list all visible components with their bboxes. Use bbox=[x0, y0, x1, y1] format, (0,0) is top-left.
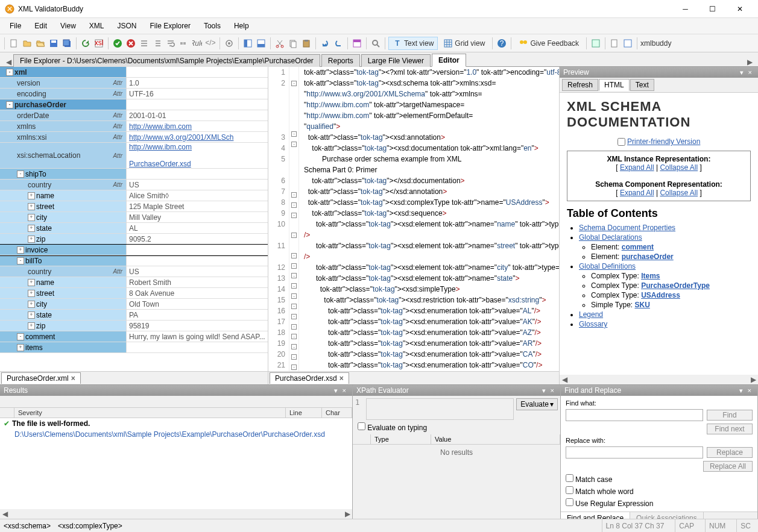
grid-row[interactable]: xmlns:xsiAttrhttp://www.w3.org/2001/XMLS… bbox=[0, 132, 268, 143]
fold-toggle[interactable]: - bbox=[291, 283, 297, 289]
toc-sublink[interactable]: SKU bbox=[634, 301, 649, 309]
grid-row[interactable]: + statePA bbox=[0, 310, 268, 321]
tree-toggle[interactable]: - bbox=[6, 69, 13, 76]
col-char[interactable]: Char bbox=[322, 408, 352, 418]
grid-row[interactable]: + cityMill Valley bbox=[0, 212, 268, 223]
menu-xml[interactable]: XML bbox=[83, 20, 110, 31]
results-path[interactable]: D:\Users\Clemens\Documents\xml\Sample Pr… bbox=[14, 430, 325, 439]
tree-toggle[interactable]: + bbox=[17, 344, 24, 351]
help-icon[interactable]: ? bbox=[496, 37, 508, 49]
tree-toggle[interactable]: + bbox=[28, 311, 35, 319]
fold-toggle[interactable]: - bbox=[291, 334, 297, 339]
open-folder-icon[interactable] bbox=[34, 37, 46, 49]
grid-row[interactable]: countryAttrUS bbox=[0, 266, 268, 277]
menu-help[interactable]: Help bbox=[228, 20, 255, 31]
panel-close-icon[interactable]: × bbox=[746, 69, 754, 76]
grid-row[interactable]: - billTo bbox=[0, 255, 268, 266]
expand-all-link[interactable]: Expand All bbox=[620, 163, 654, 172]
grid-row[interactable]: + stateAL bbox=[0, 223, 268, 234]
tree-toggle[interactable]: - bbox=[17, 257, 24, 264]
tab-file-explorer[interactable]: File Explorer - D:\Users\Clemens\Documen… bbox=[13, 54, 320, 67]
toc-sublink[interactable]: USAddress bbox=[641, 291, 680, 299]
grid-row[interactable]: + invoice bbox=[0, 245, 268, 255]
expand-all-link[interactable]: Expand All bbox=[620, 189, 654, 197]
tree-toggle[interactable]: + bbox=[28, 225, 35, 232]
xml-grid-view[interactable]: - xml versionAttr1.0 encodingAttrUTF-16-… bbox=[0, 67, 268, 371]
close-icon[interactable]: × bbox=[71, 374, 75, 383]
validate-error-icon[interactable] bbox=[125, 37, 137, 49]
breadcrumb-1[interactable]: <xsd:schema> bbox=[4, 522, 51, 530]
toc-sublink[interactable]: purchaseOrder bbox=[622, 252, 674, 261]
toc-link[interactable]: Global Declarations bbox=[579, 233, 642, 242]
fold-toggle[interactable]: - bbox=[291, 253, 297, 258]
match-whole-checkbox[interactable] bbox=[566, 486, 573, 494]
menu-file[interactable]: File bbox=[4, 20, 27, 31]
preview-html[interactable]: HTML bbox=[599, 79, 630, 91]
grid-row[interactable]: - xml bbox=[0, 67, 268, 78]
tab-reports[interactable]: Reports bbox=[321, 54, 360, 67]
toc-sublink[interactable]: comment bbox=[622, 243, 654, 251]
tree-toggle[interactable]: + bbox=[28, 290, 35, 297]
settings-icon[interactable] bbox=[223, 37, 235, 49]
refresh-icon[interactable] bbox=[80, 37, 92, 49]
regex-checkbox[interactable] bbox=[566, 498, 573, 506]
eval-typing-checkbox[interactable] bbox=[358, 422, 365, 430]
fold-toggle[interactable]: - bbox=[291, 192, 297, 198]
fold-toggle[interactable]: - bbox=[291, 324, 297, 330]
toc-sublink[interactable]: PurchaseOrderType bbox=[641, 281, 710, 290]
xmlbuddy-label[interactable]: xmlbuddy bbox=[640, 39, 671, 48]
tree-toggle[interactable]: + bbox=[28, 236, 35, 243]
redo-icon[interactable] bbox=[332, 37, 344, 49]
results-scrollbar[interactable]: ◀▶ bbox=[0, 509, 352, 519]
maximize-button[interactable]: ☐ bbox=[699, 0, 726, 18]
file-tab-left[interactable]: PurchaseOrder.xml × bbox=[1, 372, 81, 384]
open-icon[interactable] bbox=[21, 37, 33, 49]
fold-toggle[interactable]: - bbox=[291, 344, 297, 349]
col-line[interactable]: Line bbox=[286, 408, 322, 418]
file-tab-center[interactable]: PurchaseOrder.xsd × bbox=[270, 372, 349, 384]
col-type[interactable]: Type bbox=[371, 434, 431, 444]
tree-toggle[interactable]: + bbox=[28, 301, 35, 308]
fold-toggle[interactable]: - bbox=[291, 131, 297, 137]
grid-row[interactable]: - purchaseOrder bbox=[0, 99, 268, 110]
menu-view[interactable]: View bbox=[54, 20, 82, 31]
grid-row[interactable]: orderDateAttr2001-01-01 bbox=[0, 110, 268, 121]
tree-toggle[interactable]: + bbox=[17, 246, 24, 254]
save-all-icon[interactable] bbox=[61, 37, 73, 49]
preview-scrollbar[interactable]: ◀▶ bbox=[560, 375, 758, 384]
find-next-button[interactable]: Find next bbox=[707, 424, 753, 434]
close-icon[interactable]: × bbox=[340, 374, 344, 383]
layout1-icon[interactable] bbox=[242, 37, 254, 49]
tree-toggle[interactable]: - bbox=[17, 333, 24, 340]
menu-edit[interactable]: Edit bbox=[28, 20, 53, 31]
grid-row[interactable]: - commentHurry, my lawn is going wild! S… bbox=[0, 331, 268, 342]
pin-icon[interactable]: ▾ bbox=[332, 387, 340, 395]
fold-toggle[interactable]: - bbox=[291, 273, 297, 278]
fold-toggle[interactable]: - bbox=[291, 314, 297, 319]
grid-row[interactable]: + street125 Maple Street bbox=[0, 201, 268, 212]
code-editor[interactable]: 1234567891011121314151617181920212223 --… bbox=[268, 67, 559, 371]
save-icon[interactable] bbox=[48, 37, 60, 49]
col-value[interactable]: Value bbox=[431, 434, 560, 444]
cut-icon[interactable] bbox=[274, 37, 286, 49]
panel-close-icon[interactable]: × bbox=[745, 387, 754, 394]
menu-file-explorer[interactable]: File Explorer bbox=[144, 20, 197, 31]
fold-toggle[interactable]: - bbox=[291, 81, 297, 86]
toc-sublink[interactable]: Items bbox=[641, 272, 660, 280]
find-button[interactable]: Find bbox=[707, 410, 753, 421]
grid-row[interactable]: encodingAttrUTF-16 bbox=[0, 89, 268, 99]
undo-icon[interactable] bbox=[319, 37, 331, 49]
doc2-icon[interactable] bbox=[608, 37, 621, 49]
find-icon[interactable] bbox=[370, 37, 382, 49]
toc-link[interactable]: Glossary bbox=[579, 320, 607, 328]
col-severity[interactable]: Severity bbox=[14, 408, 286, 418]
replace-input[interactable] bbox=[566, 446, 703, 458]
wrap-icon[interactable] bbox=[165, 37, 177, 49]
rule-icon[interactable]: Rule bbox=[191, 37, 203, 49]
doc1-icon[interactable] bbox=[590, 37, 602, 49]
minimize-button[interactable]: ─ bbox=[672, 0, 699, 18]
layout2-icon[interactable] bbox=[255, 37, 267, 49]
tag-close-icon[interactable]: </> bbox=[204, 37, 216, 49]
preview-refresh[interactable]: Refresh bbox=[562, 79, 598, 91]
doc3-icon[interactable] bbox=[622, 37, 634, 49]
